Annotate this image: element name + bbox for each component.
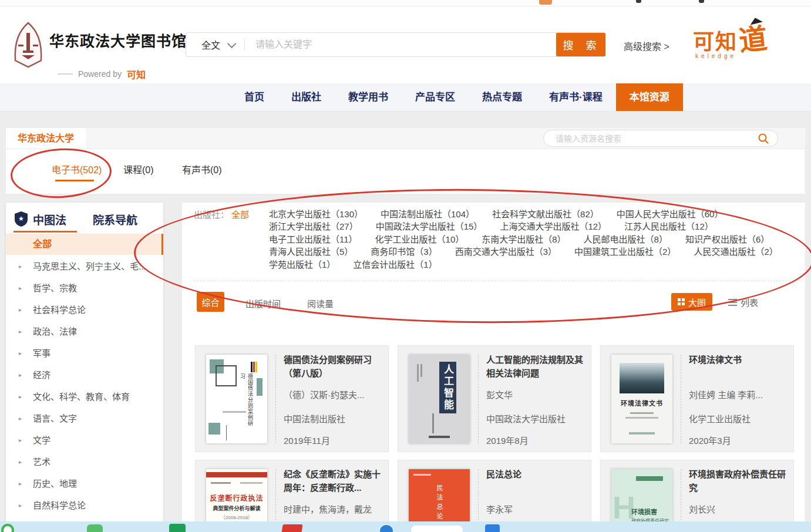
taskbar-icon-blue-circle[interactable] (379, 524, 394, 532)
chevron-right-icon: ▸ (19, 473, 22, 494)
book-cover: 反垄断行政执法 典型案件分析与解读 （2008-2018） (206, 469, 267, 521)
sidebar-item-economics[interactable]: ▸经济 (6, 364, 163, 386)
view-large-grid-button[interactable]: 大图 (671, 293, 712, 311)
sidebar-item-art[interactable]: ▸艺术 (6, 451, 163, 473)
publisher-link[interactable]: 电子工业出版社（11） (269, 233, 358, 245)
publisher-link[interactable]: 人民交通出版社（2） (694, 245, 778, 258)
publisher-filter-all[interactable]: 全部 (231, 208, 249, 220)
library-tab[interactable]: 华东政法大学 (6, 128, 86, 149)
cover-title: 环境损害 (631, 507, 657, 516)
sidebar-item-math-chemistry[interactable]: ▸数理科学和化学 (6, 516, 163, 521)
book-card[interactable]: 反垄断行政执法 典型案件分析与解读 （2008-2018） 纪念《反垄断法》实施… (195, 460, 389, 521)
search-scope-select[interactable]: 全文 (201, 38, 220, 52)
sort-comprehensive-button[interactable]: 综合 (197, 292, 224, 312)
active-tab-underline (55, 180, 94, 181)
nav-item-audiobooks-courses[interactable]: 有声书·课程 (536, 83, 616, 111)
taskbar-icon-spreadsheet[interactable] (169, 524, 186, 532)
chevron-right-icon: ▸ (19, 255, 22, 277)
book-card[interactable]: H 环境损害 政府补偿责任研究 环境损害政府补偿责任研究 刘长兴 (600, 460, 794, 521)
sidebar-item-language[interactable]: ▸语言、文字 (6, 408, 163, 429)
card-divider (478, 469, 479, 521)
view-list-button[interactable]: 列表 (728, 296, 758, 308)
publisher-link[interactable]: 浙江大学出版社（27） (269, 220, 358, 233)
nav-item-product-zone[interactable]: 产品专区 (402, 83, 469, 111)
nav-item-hot-topics[interactable]: 热点专题 (469, 83, 536, 111)
publisher-link[interactable]: 青海人民出版社（5） (269, 245, 353, 258)
search-input[interactable] (254, 39, 605, 50)
publisher-link[interactable]: 知识产权出版社（6） (685, 233, 769, 245)
keledge-logo-text: 可知 (693, 25, 738, 55)
sidebar-item-military[interactable]: ▸军事 (6, 342, 163, 364)
library-tab-strip: 华东政法大学 (6, 128, 805, 149)
book-card[interactable]: 民法总论 民法总论 李永军 (398, 460, 591, 521)
tab-courses[interactable]: 课程(0) (123, 162, 154, 176)
sidebar-item-natural-science[interactable]: ▸自然科学总论 (6, 494, 163, 516)
search-button[interactable]: 搜 索 (556, 33, 605, 56)
sidebar-item-social-science[interactable]: ▸社会科学总论 (6, 299, 163, 321)
publisher-link[interactable]: 商务印书馆（3） (371, 245, 437, 258)
publisher-link[interactable]: 北京大学出版社（130） (269, 208, 363, 220)
chevron-right-icon: ▸ (19, 277, 22, 299)
publisher-filter-label: 出版社： (194, 208, 229, 220)
sidebar-item-philosophy[interactable]: ▸哲学、宗教 (6, 277, 163, 299)
publisher-link[interactable]: 立信会计出版社（1） (353, 258, 437, 271)
nav-item-home[interactable]: 首页 (231, 83, 278, 111)
publisher-row: 学苑出版社（1） 立信会计出版社（1） (269, 258, 797, 271)
sidebar-item-marxism[interactable]: ▸马克思主义、列宁主义、毛... (6, 255, 163, 277)
sidebar-item-history-geography[interactable]: ▸历史、地理 (6, 473, 163, 494)
book-card[interactable]: 环境法律文书 环境法律文书 刘佳娉 主编 李莉... 化学工业出版社 2020年… (600, 345, 794, 452)
nav-item-library-resources[interactable]: 本馆资源 (616, 83, 683, 111)
chevron-right-icon: ▸ (19, 342, 22, 364)
results-panel: 出版社： 全部 北京大学出版社（130） 中国法制出版社（104） 社会科学文献… (182, 203, 805, 521)
library-title: 华东政法大学图书馆 (49, 29, 187, 50)
taskbar-icon-green-ring[interactable] (1, 524, 14, 532)
sort-read-count[interactable]: 阅读量 (307, 297, 334, 309)
publisher-link[interactable]: 西南交通大学出版社（3） (455, 245, 557, 258)
windows-taskbar (0, 521, 811, 532)
publisher-link[interactable]: 化学工业出版社（10） (375, 233, 465, 245)
advanced-search-link[interactable]: 高级搜索 > (624, 39, 669, 53)
divider (244, 39, 245, 50)
search-icon[interactable] (758, 133, 769, 144)
taskbar-icon-green[interactable] (87, 524, 103, 532)
chevron-down-icon[interactable] (227, 39, 237, 48)
publisher-link[interactable]: 中国建筑工业出版社（2） (574, 245, 676, 258)
resource-search-input[interactable] (554, 133, 758, 144)
tab-audiobooks[interactable]: 有声书(0) (182, 162, 222, 176)
cover-note: （2008-2018） (206, 514, 267, 520)
tab-ebooks[interactable]: 电子书(502) (52, 162, 102, 176)
sidebar-item-all[interactable]: 全部 (6, 234, 163, 255)
sidebar-item-culture-education[interactable]: ▸文化、科学、教育、体育 (6, 386, 163, 408)
sidebar-item-politics-law[interactable]: ▸政治、法律 (6, 321, 163, 342)
grid-icon (678, 298, 685, 305)
sidebar-item-literature[interactable]: ▸文学 (6, 429, 163, 451)
cover-title: 反垄断行政执法 (206, 493, 267, 503)
sort-publish-date[interactable]: 出版时间 (245, 297, 281, 309)
publisher-link[interactable]: 上海交通大学出版社（12） (500, 220, 607, 233)
publisher-link[interactable]: 人民邮电出版社（8） (584, 233, 668, 245)
publisher-link[interactable]: 中国人民大学出版社（60） (617, 208, 723, 220)
chevron-right-icon: ▸ (19, 386, 22, 408)
university-emblem (11, 21, 46, 69)
publisher-link[interactable]: 东南大学出版社（8） (482, 233, 566, 245)
book-card[interactable]: 德国债法分则案例研习 德国债法分则案例研习（第八版） （德）汉斯·约瑟夫... … (195, 345, 389, 452)
publisher-link[interactable]: 中国政法大学出版社（15） (376, 220, 483, 233)
chevron-right-icon: ▸ (19, 429, 22, 451)
chevron-right-icon: ▸ (19, 299, 22, 321)
sidebar-tab-clc[interactable]: 中图法 (33, 211, 66, 227)
taskbar-icon-blue-square[interactable] (485, 524, 500, 532)
publisher-link[interactable]: 中国法制出版社（104） (381, 208, 475, 220)
taskbar-icon-red[interactable] (281, 524, 302, 532)
publisher-link[interactable]: 学苑出版社（1） (269, 258, 335, 271)
book-cover: 人工智能 (409, 355, 470, 443)
sidebar-tab-departments[interactable]: 院系导航 (93, 211, 137, 227)
book-cover: 环境法律文书 (611, 355, 672, 443)
book-card[interactable]: 人工智能 人工智能的刑法规制及其相关法律问题 彭文华 中国政法大学出版社 201… (398, 345, 591, 452)
nav-item-textbooks[interactable]: 教学用书 (335, 83, 402, 111)
publisher-link[interactable]: 社会科学文献出版社（82） (492, 208, 599, 220)
publisher-link[interactable]: 江苏人民出版社（12） (624, 220, 714, 233)
nav-item-publishers[interactable]: 出版社 (278, 83, 335, 111)
list-icon (728, 299, 737, 306)
powered-by-brand: 可知 (127, 67, 146, 81)
chevron-right-icon: ▸ (19, 364, 22, 386)
